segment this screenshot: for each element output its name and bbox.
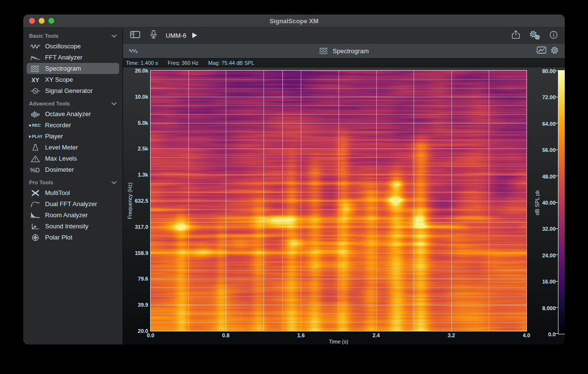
sidebar-item-recorder[interactable]: RECRecorder [27,120,119,131]
sidebar-item-room-analyzer[interactable]: Room Analyzer [27,209,119,221]
share-button[interactable] [511,30,520,41]
sidebar-toggle-button[interactable] [130,30,140,40]
chevron-down-icon [111,181,117,184]
signal-path-icon [129,47,139,55]
svg-text:XY: XY [31,76,39,83]
x-tick-label: 3.2 [441,332,462,338]
sidebar-item-label: Room Analyzer [45,211,88,219]
y-tick-label: 632.5 [123,198,148,204]
sound-intensity-icon [28,223,43,230]
sidebar-item-dosimeter[interactable]: %DDosimeter [27,164,119,175]
share-icon [511,30,520,41]
y-tick-label: 79.6 [123,276,148,282]
plot-region: Frequency (Hz) dB SPL pk Time (s) 20.0k1… [123,67,565,344]
spectrogram-plot[interactable] [150,70,527,331]
sidebar-section-advanced-tools[interactable]: Advanced Tools [23,99,123,108]
main-toolbar: UMM-6 [123,28,565,44]
svg-text:REC: REC [32,123,41,128]
x-tick-label: 1.6 [290,332,311,338]
y-tick-label: 2.5k [123,146,148,151]
color-scale [558,70,565,334]
cursor-freq-readout: Freq: 360 Hz [168,60,199,66]
sidebar-item-multitool[interactable]: MultiTool [27,187,119,198]
y-tick-label: 10.0k [123,94,148,100]
microphone-button[interactable] [149,30,158,41]
dual-fft-analyzer-icon [28,200,43,208]
colorbar-tick [555,176,558,176]
colorbar-tick [555,71,558,71]
play-icon [191,32,198,39]
level-meter-icon [28,144,43,151]
chart-box-icon [537,46,546,56]
sidebar-item-level-meter[interactable]: Level Meter [27,142,119,153]
spectrogram-icon [319,47,329,55]
input-device-label[interactable]: UMM-6 [166,32,186,39]
info-button[interactable] [549,30,558,41]
sidebar-item-label: Sound Intensity [45,223,89,230]
z-tick-label: 8.000 [526,305,556,311]
sidebar-item-signal-generator[interactable]: Signal Generator [27,85,119,96]
z-tick-label: 16.00 [526,279,556,284]
view-title: Spectrogram [319,44,369,58]
gear-button[interactable] [550,46,559,56]
recorder-icon: REC [28,121,43,129]
cursor-mag-readout: Mag: 75.44 dB SPL [208,60,254,66]
sidebar-item-dual-fft-analyzer[interactable]: Dual FFT Analyzer [27,198,119,209]
sidebar-item-spectrogram[interactable]: Spectrogram [27,63,119,74]
cursor-readout-bar: Time: 1.400 s Freq: 360 Hz Mag: 75.44 dB… [123,59,565,67]
sidebar-item-xy-scope[interactable]: XYXY Scope [27,74,119,85]
z-tick-label: 40.00 [526,200,556,206]
sidebar-item-octave-analyzer[interactable]: Octave Analyzer [27,108,119,120]
traffic-lights [29,15,54,27]
zoom-button[interactable] [48,18,54,24]
y-tick-label: 39.9 [123,302,148,308]
sidebar-section-label: Basic Tools [29,33,59,39]
fft-analyzer-icon [28,54,43,61]
z-tick-label: 72.00 [526,94,556,100]
sidebar-item-sound-intensity[interactable]: Sound Intensity [27,221,119,232]
signal-path-button[interactable] [129,47,139,55]
chart-box-button[interactable] [537,46,546,56]
x-tick-label: 2.4 [366,332,387,338]
chevron-down-icon [111,102,117,105]
microphone-icon [149,30,158,41]
z-tick-label: 0.0 [526,331,556,337]
sidebar-item-polar-plot[interactable]: Polar Plot [27,232,119,243]
sidebar-item-label: FFT Analyzer [45,54,82,61]
sidebar-item-label: Oscilloscope [45,43,81,50]
sidebar-item-label: Spectrogram [45,65,81,72]
sidebar-item-label: Dual FFT Analyzer [45,200,97,208]
z-tick-label: 64.00 [526,121,556,127]
minimize-button[interactable] [39,18,45,24]
sidebar-item-label: Octave Analyzer [45,110,91,118]
x-tick-label: 0.0 [140,332,161,338]
y-tick-label: 317.0 [123,224,148,230]
sidebar-item-label: MultiTool [45,189,70,196]
xy-scope-icon: XY [28,76,43,84]
play-button[interactable] [191,32,198,39]
sidebar-item-oscilloscope[interactable]: Oscilloscope [27,41,119,52]
spectrogram-icon [28,65,43,73]
room-analyzer-icon [28,211,43,219]
chevron-down-icon [111,34,117,38]
polar-plot-icon [28,234,43,241]
sidebar-item-label: Max Levels [45,155,77,162]
colorbar-tick [555,254,558,255]
window-titlebar: SignalScope XM [23,15,565,28]
svg-text:PLAY: PLAY [32,134,42,139]
settings-gears-icon [529,30,541,41]
colorbar-tick [555,228,558,229]
settings-gears-button[interactable] [529,30,541,41]
sidebar-item-fft-analyzer[interactable]: FFT Analyzer [27,52,119,63]
cursor-time-readout: Time: 1.400 s [126,60,158,66]
y-tick-label: 5.0k [123,120,148,126]
colorbar-tick [555,97,558,97]
sidebar-section-basic-tools[interactable]: Basic Tools [23,31,123,41]
sidebar-item-max-levels[interactable]: Max Levels [27,153,119,164]
dosimeter-icon: %D [28,166,43,174]
sidebar-item-player[interactable]: PLAYPlayer [27,131,119,142]
player-icon: PLAY [28,133,43,140]
sidebar-section-pro-tools[interactable]: Pro Tools [23,178,123,187]
svg-text:%D: %D [30,166,40,173]
close-button[interactable] [29,18,35,24]
